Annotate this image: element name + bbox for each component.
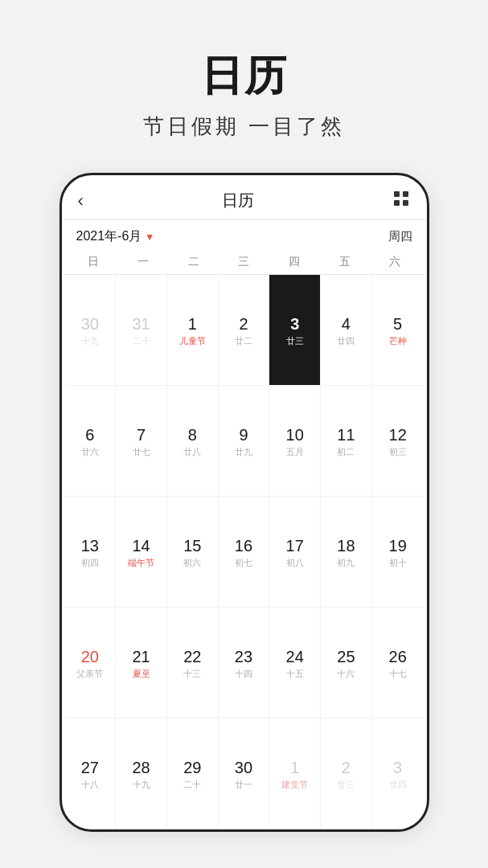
- day-cell[interactable]: 24十五: [269, 608, 321, 719]
- phone-frame: ‹ 日历 2021年-6月 ▼ 周四 日一二三四五六 30十九31二十1儿童节2…: [59, 173, 429, 832]
- day-number: 23: [235, 647, 252, 666]
- day-lunar: 廿三: [286, 335, 304, 347]
- day-number: 4: [342, 314, 351, 334]
- day-cell[interactable]: 17初八: [269, 497, 321, 608]
- day-number: 25: [337, 647, 355, 666]
- day-cell[interactable]: 2廿三: [321, 719, 372, 829]
- day-cell[interactable]: 20父亲节: [65, 608, 117, 719]
- day-lunar: 十三: [183, 668, 201, 680]
- page-subtitle: 节日假期 一目了然: [143, 113, 345, 141]
- day-cell[interactable]: 15初六: [167, 497, 219, 608]
- day-cell[interactable]: 22十三: [167, 608, 219, 719]
- day-lunar: 初三: [389, 446, 407, 458]
- day-cell[interactable]: 10五月: [269, 386, 321, 497]
- day-cell[interactable]: 26十七: [372, 608, 424, 719]
- month-selector[interactable]: 2021年-6月 ▼: [76, 228, 155, 245]
- day-lunar: 廿四: [337, 335, 355, 347]
- day-cell[interactable]: 8廿八: [167, 386, 219, 497]
- day-number: 7: [137, 425, 146, 444]
- day-cell[interactable]: 6廿六: [65, 386, 117, 497]
- day-number: 24: [286, 647, 304, 666]
- day-cell[interactable]: 5芒种: [372, 275, 424, 386]
- day-cell[interactable]: 28十九: [116, 719, 167, 829]
- calendar-grid-icon[interactable]: [392, 190, 410, 211]
- day-lunar: 十八: [81, 779, 99, 791]
- day-number: 11: [337, 425, 355, 444]
- day-number: 29: [183, 758, 201, 777]
- day-lunar: 初六: [183, 557, 201, 569]
- day-lunar: 初九: [337, 557, 355, 569]
- day-lunar: 廿九: [235, 446, 252, 458]
- day-cell[interactable]: 18初九: [321, 497, 372, 608]
- day-cell[interactable]: 31二十: [116, 275, 167, 386]
- weekday-label: 一: [118, 252, 169, 272]
- nav-title: 日历: [222, 190, 254, 211]
- day-lunar: 十九: [81, 335, 99, 347]
- day-lunar: 廿三: [337, 779, 355, 791]
- day-cell[interactable]: 7廿七: [116, 386, 167, 497]
- day-number: 1: [188, 314, 197, 334]
- day-cell[interactable]: 3廿四: [372, 719, 424, 829]
- day-number: 1: [290, 758, 299, 777]
- day-number: 13: [81, 536, 99, 555]
- day-cell[interactable]: 29二十: [167, 719, 219, 829]
- day-lunar: 二十: [183, 779, 201, 791]
- month-header: 2021年-6月 ▼ 周四: [62, 220, 427, 248]
- weekday-label: 二: [169, 252, 219, 272]
- day-cell[interactable]: 11初二: [321, 386, 372, 497]
- day-cell[interactable]: 19初十: [372, 497, 424, 608]
- weekday-label: 三: [219, 252, 269, 272]
- day-number: 21: [132, 647, 150, 666]
- day-lunar: 十九: [133, 779, 150, 791]
- day-cell[interactable]: 27十八: [65, 719, 117, 829]
- day-lunar: 初七: [235, 557, 252, 569]
- day-number: 28: [132, 758, 150, 777]
- day-cell[interactable]: 12初三: [372, 386, 424, 497]
- day-cell[interactable]: 4廿四: [321, 275, 372, 386]
- svg-rect-3: [403, 200, 408, 206]
- day-number: 6: [85, 425, 94, 444]
- svg-rect-0: [394, 191, 400, 197]
- day-cell[interactable]: 30十九: [65, 275, 117, 386]
- day-lunar: 芒种: [389, 335, 407, 347]
- day-cell[interactable]: 13初四: [65, 497, 117, 608]
- weekday-label: 四: [269, 252, 320, 272]
- day-cell[interactable]: 30廿一: [219, 719, 270, 829]
- dropdown-arrow-icon: ▼: [145, 231, 154, 243]
- day-lunar: 端午节: [128, 557, 154, 569]
- day-cell[interactable]: 25十六: [321, 608, 372, 719]
- day-number: 18: [337, 536, 355, 555]
- day-cell[interactable]: 1建党节: [269, 719, 321, 829]
- day-cell[interactable]: 2廿二: [219, 275, 270, 386]
- day-number: 2: [342, 758, 351, 777]
- day-cell[interactable]: 14端午节: [116, 497, 167, 608]
- svg-rect-2: [394, 200, 400, 206]
- day-cell[interactable]: 16初七: [219, 497, 270, 608]
- day-lunar: 廿二: [235, 335, 252, 347]
- back-button[interactable]: ‹: [78, 190, 84, 211]
- day-cell[interactable]: 23十四: [219, 608, 270, 719]
- day-cell[interactable]: 1儿童节: [167, 275, 219, 386]
- day-lunar: 初十: [389, 557, 407, 569]
- day-lunar: 十六: [337, 668, 355, 680]
- day-cell[interactable]: 21夏至: [116, 608, 167, 719]
- day-lunar: 父亲节: [76, 668, 103, 680]
- day-lunar: 廿八: [183, 446, 201, 458]
- day-number: 22: [183, 647, 201, 666]
- day-lunar: 十五: [286, 668, 304, 680]
- page-title: 日历: [201, 48, 288, 104]
- weekday-label: 六: [370, 252, 420, 272]
- day-lunar: 夏至: [133, 668, 150, 680]
- day-number: 27: [81, 758, 99, 777]
- day-number: 31: [132, 314, 150, 334]
- day-lunar: 廿一: [235, 779, 252, 791]
- current-weekday: 周四: [388, 229, 412, 244]
- weekday-label: 五: [319, 252, 370, 272]
- day-lunar: 建党节: [281, 779, 308, 791]
- day-cell[interactable]: 3廿三: [269, 275, 321, 386]
- weekday-label: 日: [68, 252, 119, 272]
- day-cell[interactable]: 9廿九: [219, 386, 270, 497]
- calendar-grid: 30十九31二十1儿童节2廿二3廿三4廿四5芒种6廿六7廿七8廿八9廿九10五月…: [62, 275, 427, 829]
- day-number: 3: [290, 314, 299, 334]
- day-number: 9: [239, 425, 248, 444]
